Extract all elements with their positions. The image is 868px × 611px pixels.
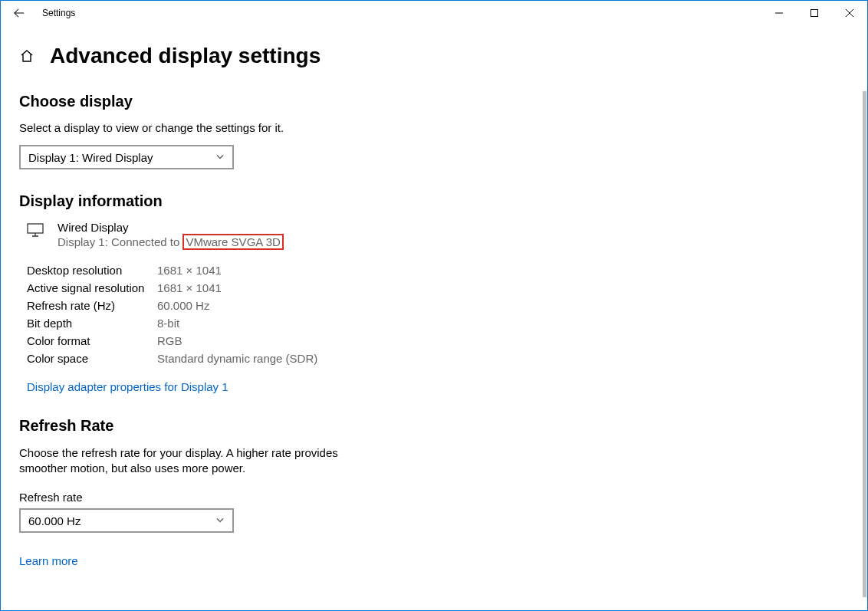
info-row: Color formatRGB: [27, 334, 849, 347]
refresh-rate-select[interactable]: 60.000 Hz: [19, 508, 234, 533]
minimize-icon: [775, 9, 783, 17]
back-arrow-icon: [14, 8, 25, 18]
refresh-rate-value: 60.000 Hz: [28, 514, 81, 527]
maximize-icon: [810, 9, 818, 17]
info-row: Desktop resolution1681 × 1041: [27, 264, 849, 277]
connected-prefix: Display 1: Connected to: [58, 235, 182, 248]
display-info-grid: Desktop resolution1681 × 1041 Active sig…: [27, 264, 849, 365]
refresh-rate-field-label: Refresh rate: [19, 491, 849, 504]
maximize-button[interactable]: [797, 1, 832, 25]
chevron-down-icon: [215, 514, 225, 527]
refresh-rate-desc: Choose the refresh rate for your display…: [19, 445, 341, 475]
svg-rect-0: [811, 10, 818, 17]
info-row: Refresh rate (Hz)60.000 Hz: [27, 299, 849, 312]
info-row: Color spaceStandard dynamic range (SDR): [27, 352, 849, 365]
choose-display-heading: Choose display: [19, 93, 849, 110]
chevron-down-icon: [215, 151, 225, 164]
titlebar: Settings: [1, 1, 867, 25]
refresh-rate-heading: Refresh Rate: [19, 417, 849, 435]
close-icon: [846, 9, 853, 17]
adapter-name-highlight: VMware SVGA 3D: [182, 234, 283, 250]
info-row: Active signal resolution1681 × 1041: [27, 281, 849, 294]
display-select-value: Display 1: Wired Display: [28, 151, 153, 164]
page-title: Advanced display settings: [50, 44, 321, 68]
back-button[interactable]: [1, 1, 38, 25]
home-icon: [19, 48, 35, 64]
close-button[interactable]: [832, 1, 867, 25]
display-info-heading: Display information: [19, 192, 849, 210]
display-connection-line: Display 1: Connected to VMware SVGA 3D: [58, 234, 284, 250]
svg-rect-1: [28, 224, 43, 233]
minimize-button[interactable]: [761, 1, 797, 25]
monitor-icon: [27, 223, 44, 240]
choose-display-sub: Select a display to view or change the s…: [19, 121, 849, 134]
home-button[interactable]: [19, 48, 35, 64]
window-title: Settings: [38, 8, 75, 18]
vertical-scrollbar[interactable]: [863, 91, 866, 597]
learn-more-link[interactable]: Learn more: [19, 554, 78, 567]
display-select[interactable]: Display 1: Wired Display: [19, 145, 234, 169]
adapter-properties-link[interactable]: Display adapter properties for Display 1: [27, 380, 229, 393]
display-name: Wired Display: [58, 221, 284, 234]
info-row: Bit depth8-bit: [27, 317, 849, 330]
